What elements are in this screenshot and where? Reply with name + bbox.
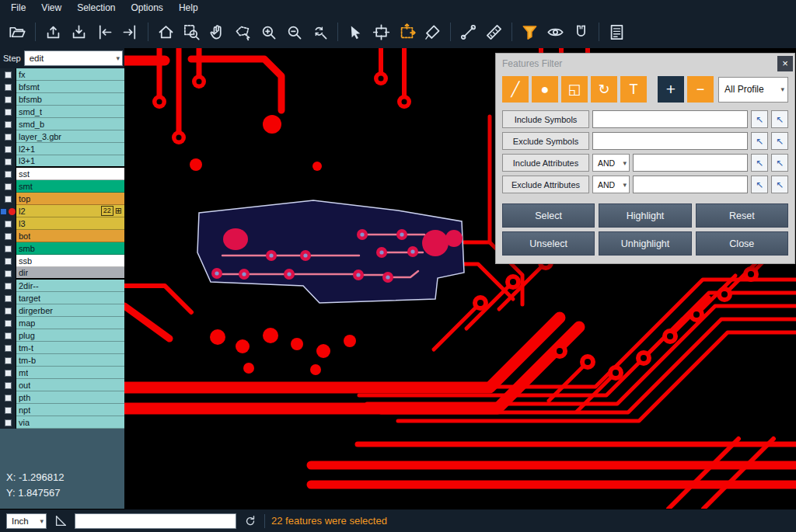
text-tool-button[interactable]: T	[620, 76, 647, 103]
include-mode-button[interactable]: +	[658, 76, 684, 103]
layer-row-out[interactable]: out	[0, 379, 124, 391]
layer-row-l2-1[interactable]: l2+1	[0, 143, 124, 155]
unit-dropdown[interactable]: Inch ▾	[6, 513, 47, 529]
layer-row-npt[interactable]: npt	[0, 404, 124, 416]
layer-checkbox[interactable]	[5, 345, 12, 352]
layer-checkbox[interactable]	[5, 171, 12, 178]
menu-options[interactable]: Options	[124, 1, 171, 15]
pad-tool-button[interactable]: ●	[532, 76, 558, 103]
layer-checkbox[interactable]	[5, 245, 12, 252]
layer-row-via[interactable]: via	[0, 416, 124, 429]
layer-checkbox[interactable]	[5, 158, 12, 165]
snap-button[interactable]	[568, 19, 594, 45]
layer-row-dirgerber[interactable]: dirgerber	[0, 304, 124, 317]
command-input[interactable]	[75, 513, 236, 529]
layer-row-sst[interactable]: sst	[0, 168, 124, 180]
line-tool-button[interactable]: ╱	[502, 76, 529, 103]
layer-row-bfsmb[interactable]: bfsmb	[0, 93, 124, 106]
transform-select-button[interactable]	[394, 19, 420, 45]
select-button[interactable]: Select	[502, 203, 595, 228]
layer-checkbox[interactable]	[5, 96, 12, 103]
layer-row-smd-t[interactable]: smd_t	[0, 106, 124, 118]
layer-checkbox[interactable]	[5, 146, 12, 153]
layer-checkbox[interactable]	[5, 134, 12, 141]
features-filter-button[interactable]	[517, 19, 543, 45]
layer-checkbox[interactable]	[5, 382, 12, 389]
layer-checkbox[interactable]	[5, 71, 12, 78]
surface-tool-button[interactable]: ◱	[561, 76, 588, 103]
exclude-symbols-button[interactable]: Exclude Symbols	[502, 132, 589, 150]
arrow-in-left-button[interactable]	[92, 19, 117, 45]
close-icon[interactable]: ×	[777, 56, 793, 71]
layer-row-layer-3-gbr[interactable]: layer_3.gbr	[0, 130, 124, 143]
save-step-button[interactable]	[66, 19, 92, 45]
zoom-in-button[interactable]	[256, 19, 281, 45]
pick-multi-button[interactable]: ↖	[771, 132, 788, 150]
pick-from-canvas-button[interactable]: ↖	[751, 176, 768, 193]
layer-checkbox[interactable]	[0, 208, 7, 215]
arc-tool-button[interactable]: ↻	[591, 76, 617, 103]
menu-file[interactable]: File	[3, 1, 33, 15]
grid-icon[interactable]: ⊞	[115, 206, 122, 216]
layer-row-smb[interactable]: smb	[0, 242, 124, 255]
pick-from-canvas-button[interactable]: ↖	[751, 110, 768, 128]
pick-multi-button[interactable]: ↖	[771, 110, 788, 128]
import-step-button[interactable]	[40, 19, 66, 45]
layer-checkbox[interactable]	[5, 84, 12, 91]
layer-row-map[interactable]: map	[0, 317, 124, 329]
close-button[interactable]: Close	[696, 231, 788, 256]
open-folder-button[interactable]	[5, 19, 30, 45]
reset-button[interactable]: Reset	[696, 203, 788, 228]
exclude-symbols-input[interactable]	[592, 132, 748, 150]
layer-checkbox[interactable]	[5, 320, 12, 327]
toggle-visibility-button[interactable]	[543, 19, 568, 45]
report-button[interactable]	[604, 19, 630, 45]
layer-checkbox[interactable]	[5, 295, 12, 302]
layer-checkbox[interactable]	[5, 308, 12, 315]
layer-row-l3[interactable]: l3	[0, 217, 124, 230]
layer-checkbox[interactable]	[5, 109, 12, 116]
layer-row-bot[interactable]: bot	[0, 230, 124, 242]
home-view-button[interactable]	[153, 19, 179, 45]
include-attributes-button[interactable]: Include Attributes	[502, 154, 589, 172]
arrow-out-right-button[interactable]	[117, 19, 143, 45]
menu-view[interactable]: View	[33, 1, 69, 15]
layer-checkbox[interactable]	[5, 183, 12, 190]
brush-erase-button[interactable]	[420, 19, 445, 45]
layer-checkbox[interactable]	[5, 370, 12, 377]
layer-checkbox[interactable]	[5, 121, 12, 128]
step-dropdown[interactable]: edit ▾	[24, 50, 123, 66]
exclude-mode-button[interactable]: −	[687, 76, 714, 103]
and-or-dropdown[interactable]: AND▾	[592, 154, 630, 172]
pick-from-canvas-button[interactable]: ↖	[751, 154, 768, 172]
exclude-attributes-input[interactable]	[633, 176, 748, 193]
layer-row-target[interactable]: target	[0, 292, 124, 304]
zoom-fit-button[interactable]	[307, 19, 333, 45]
layer-row-pth[interactable]: pth	[0, 391, 124, 404]
zoom-area-button[interactable]	[179, 19, 204, 45]
zoom-out-button[interactable]	[281, 19, 307, 45]
cursor-select-button[interactable]	[343, 19, 368, 45]
and-or-dropdown[interactable]: AND▾	[592, 176, 630, 193]
highlight-button[interactable]: Highlight	[599, 203, 691, 228]
layer-row-fx[interactable]: fx	[0, 68, 124, 81]
layer-row-tm-b[interactable]: tm-b	[0, 354, 124, 367]
layer-row-dir[interactable]: dir	[0, 267, 124, 280]
layer-checkbox[interactable]	[5, 258, 12, 265]
layer-checkbox[interactable]	[5, 407, 12, 414]
include-symbols-input[interactable]	[592, 110, 748, 128]
layer-row-l3-1[interactable]: l3+1	[0, 155, 124, 168]
layer-checkbox[interactable]	[5, 270, 12, 277]
pick-multi-button[interactable]: ↖	[771, 154, 788, 172]
layer-row-2dir-[interactable]: 2dir--	[0, 280, 124, 292]
pick-from-canvas-button[interactable]: ↖	[751, 132, 768, 150]
pan-button[interactable]	[204, 19, 230, 45]
layer-checkbox[interactable]	[5, 395, 12, 402]
layer-checkbox[interactable]	[5, 332, 12, 339]
refresh-button[interactable]	[243, 513, 258, 529]
layer-row-l2[interactable]: l222⊞	[0, 205, 124, 217]
pick-multi-button[interactable]: ↖	[771, 176, 788, 193]
layer-row-top[interactable]: top	[0, 193, 124, 205]
ruler-measure-button[interactable]	[481, 19, 507, 45]
layer-checkbox[interactable]	[5, 357, 12, 364]
